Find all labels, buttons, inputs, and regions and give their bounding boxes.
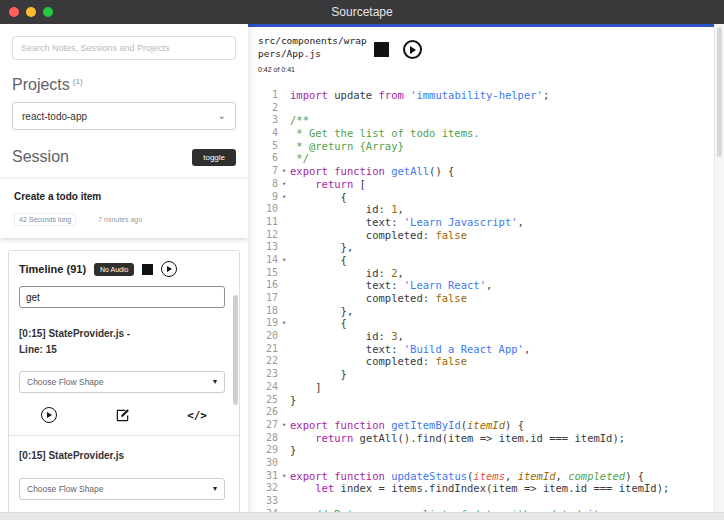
code-text: let index = items.findIndex(item => item… (290, 482, 669, 495)
line-number: 4 (248, 127, 278, 140)
chevron-down-icon: ▾ (213, 378, 217, 386)
flow-shape-select-value: Choose Flow Shape (27, 484, 104, 494)
code-line: 29} (248, 444, 714, 457)
code-line: 8▾ return [ (248, 178, 714, 191)
play-icon[interactable] (161, 261, 177, 277)
timeline-scrollbar[interactable] (233, 295, 238, 405)
scrollbar-thumb[interactable] (717, 27, 722, 157)
flow-shape-select-value: Choose Flow Shape (27, 377, 104, 387)
session-title: Create a todo item (14, 191, 234, 202)
file-path: src/components/wrap pers/App.js (258, 35, 366, 61)
code-line: 11 text: 'Learn Javascript', (248, 216, 714, 229)
edit-button[interactable] (115, 408, 130, 423)
line-number: 10 (248, 203, 278, 216)
stop-icon[interactable] (142, 264, 153, 275)
code-text: export function getItemById(itemId) { (290, 419, 524, 432)
code-text: text: 'Build a React App', (290, 343, 530, 356)
fold-arrow-icon[interactable]: ▾ (278, 419, 290, 432)
fold-gutter (278, 368, 290, 381)
line-number: 24 (248, 381, 278, 394)
flow-shape-select[interactable]: Choose Flow Shape ▾ (19, 478, 225, 500)
code-text: import update from 'immutability-helper'… (290, 89, 549, 102)
play-triangle-icon (410, 46, 416, 54)
zoom-window-button[interactable] (43, 7, 53, 17)
code-text: export function getAll() { (290, 165, 454, 178)
code-text: completed: false (290, 229, 467, 242)
code-line: 17 completed: false (248, 292, 714, 305)
play-button[interactable] (403, 40, 422, 59)
line-number: 29 (248, 444, 278, 457)
line-number: 26 (248, 406, 278, 419)
horizontal-scrollbar[interactable] (0, 512, 724, 520)
line-number: 6 (248, 152, 278, 165)
titlebar: Sourcetape (0, 0, 724, 24)
line-number: 14 (248, 254, 278, 267)
fold-gutter (278, 279, 290, 292)
fold-gutter (278, 330, 290, 343)
fold-arrow-icon[interactable]: ▾ (278, 178, 290, 191)
projects-heading: Projects(1) (12, 76, 236, 94)
line-number: 7 (248, 165, 278, 178)
code-editor[interactable]: 1import update from 'immutability-helper… (248, 89, 714, 512)
code-line: 32 let index = items.findIndex(item => i… (248, 482, 714, 495)
play-button[interactable] (41, 407, 57, 423)
code-text: { (290, 254, 347, 267)
line-number: 23 (248, 368, 278, 381)
timeline-entry: [0:15] StateProvider.js Choose Flow Shap… (19, 448, 229, 520)
minimize-window-button[interactable] (26, 7, 36, 17)
flow-shape-select[interactable]: Choose Flow Shape ▾ (19, 371, 225, 393)
code-text: return [ (290, 178, 366, 191)
pencil-square-icon (115, 408, 130, 423)
code-text: id: 2, (290, 267, 404, 280)
playback-duration: 0:42 of 0:41 (258, 66, 366, 73)
fold-gutter (278, 292, 290, 305)
divider (9, 435, 239, 436)
fold-arrow-icon[interactable]: ▾ (278, 191, 290, 204)
entry-actions: </> (19, 407, 229, 423)
code-button[interactable]: </> (187, 409, 207, 422)
fold-arrow-icon[interactable]: ▾ (278, 317, 290, 330)
close-window-button[interactable] (9, 7, 19, 17)
fold-gutter (278, 432, 290, 445)
search-input[interactable] (12, 36, 236, 60)
timeline-filter-input[interactable] (19, 286, 225, 308)
no-audio-badge: No Audio (94, 263, 134, 276)
code-line: 2 (248, 102, 714, 115)
fold-gutter (278, 381, 290, 394)
project-select-value: react-todo-app (22, 111, 87, 122)
line-number: 31 (248, 470, 278, 483)
code-text: export function updateStatus(items, item… (290, 470, 644, 483)
code-line: 14▾ { (248, 254, 714, 267)
line-number: 5 (248, 140, 278, 153)
code-line: 18 }, (248, 305, 714, 318)
stop-button[interactable] (374, 42, 389, 57)
fold-gutter (278, 114, 290, 127)
session-card[interactable]: Create a todo item 42 Seconds long 7 min… (0, 178, 248, 238)
code-line: 31▾export function updateStatus(items, i… (248, 470, 714, 483)
vertical-scrollbar[interactable] (714, 24, 724, 520)
entry-label-line1: [0:15] StateProvider.js - (19, 328, 130, 339)
project-select[interactable]: react-todo-app ⌄ (12, 102, 236, 130)
fold-arrow-icon[interactable]: ▾ (278, 165, 290, 178)
entry-label-line1: [0:15] StateProvider.js (19, 450, 124, 461)
session-age: 7 minutes ago (98, 216, 142, 223)
line-number: 25 (248, 394, 278, 407)
code-text: return getAll().find(item => item.id ===… (290, 432, 625, 445)
file-info: src/components/wrap pers/App.js 0:42 of … (258, 35, 366, 73)
code-line: 4 * Get the list of todo items. (248, 127, 714, 140)
projects-count: (1) (73, 77, 83, 86)
line-number: 17 (248, 292, 278, 305)
code-text: }, (290, 241, 353, 254)
fold-gutter (278, 267, 290, 280)
code-text: } (290, 368, 347, 381)
code-text: * Get the list of todo items. (290, 127, 480, 140)
code-line: 19▾ { (248, 317, 714, 330)
fold-arrow-icon[interactable]: ▾ (278, 470, 290, 483)
code-text: id: 1, (290, 203, 404, 216)
toggle-button[interactable]: toggle (192, 149, 236, 166)
fold-gutter (278, 140, 290, 153)
app-body: Projects(1) react-todo-app ⌄ Session tog… (0, 24, 724, 520)
fold-arrow-icon[interactable]: ▾ (278, 254, 290, 267)
timeline-title: Timeline (91) (19, 263, 86, 275)
line-number: 22 (248, 355, 278, 368)
